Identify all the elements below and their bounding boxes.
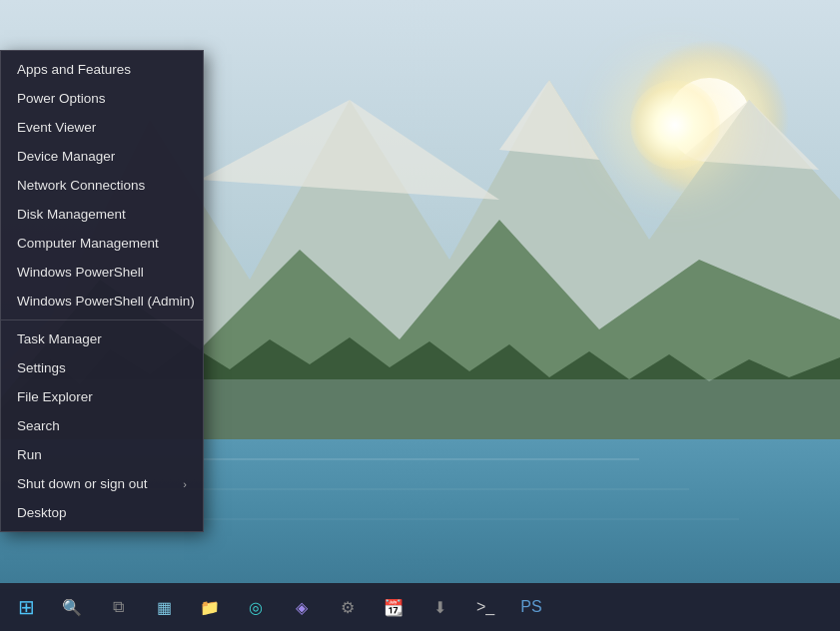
menu-label-task-manager: Task Manager bbox=[17, 331, 102, 346]
taskbar-icon-search[interactable]: 🔍 bbox=[50, 585, 94, 629]
menu-item-file-explorer[interactable]: File Explorer bbox=[1, 382, 203, 411]
taskview-icon: ⧉ bbox=[113, 598, 124, 616]
fileexplorer-icon: 📁 bbox=[200, 598, 220, 617]
settings2-icon: ⚙ bbox=[341, 598, 355, 617]
terminal-icon: >_ bbox=[476, 598, 494, 616]
search-icon: 🔍 bbox=[62, 598, 82, 617]
menu-label-apps-features: Apps and Features bbox=[17, 62, 131, 77]
taskbar-icon-fileexplorer[interactable]: 📁 bbox=[188, 585, 232, 629]
menu-label-network-connections: Network Connections bbox=[17, 178, 145, 193]
context-menu: Apps and FeaturesPower OptionsEvent View… bbox=[0, 50, 204, 532]
menu-label-computer-management: Computer Management bbox=[17, 236, 159, 251]
menu-label-settings: Settings bbox=[17, 360, 66, 375]
menu-item-event-viewer[interactable]: Event Viewer bbox=[1, 113, 203, 142]
menu-divider bbox=[1, 319, 203, 320]
taskbar-icon-terminal[interactable]: >_ bbox=[463, 585, 507, 629]
menu-label-windows-powershell-admin: Windows PowerShell (Admin) bbox=[17, 294, 195, 309]
taskbar-icon-start[interactable]: ⊞ bbox=[4, 585, 48, 629]
taskbar-icon-calendar[interactable]: 📆 bbox=[372, 585, 416, 629]
calendar-icon: 📆 bbox=[384, 598, 404, 617]
menu-label-disk-management: Disk Management bbox=[17, 207, 126, 222]
menu-item-power-options[interactable]: Power Options bbox=[1, 84, 203, 113]
menu-label-windows-powershell: Windows PowerShell bbox=[17, 265, 144, 280]
menu-item-network-connections[interactable]: Network Connections bbox=[1, 171, 203, 200]
taskbar-icon-widgets[interactable]: ▦ bbox=[142, 585, 186, 629]
edge-icon: ◎ bbox=[249, 598, 263, 617]
taskbar: ⊞🔍⧉▦📁◎◈⚙📆⬇>_PS bbox=[0, 583, 840, 631]
menu-label-desktop: Desktop bbox=[17, 505, 67, 520]
menu-label-power-options: Power Options bbox=[17, 91, 106, 106]
store-icon: ◈ bbox=[296, 598, 308, 617]
menu-item-windows-powershell[interactable]: Windows PowerShell bbox=[1, 258, 203, 287]
taskbar-icon-install[interactable]: ⬇ bbox=[418, 585, 461, 629]
ps-icon: PS bbox=[520, 598, 541, 616]
taskbar-icon-edge[interactable]: ◎ bbox=[234, 585, 278, 629]
menu-item-task-manager[interactable]: Task Manager bbox=[1, 324, 203, 353]
menu-item-apps-features[interactable]: Apps and Features bbox=[1, 55, 203, 84]
taskbar-icon-ps[interactable]: PS bbox=[509, 585, 553, 629]
taskbar-icon-store[interactable]: ◈ bbox=[280, 585, 324, 629]
menu-item-settings[interactable]: Settings bbox=[1, 353, 203, 382]
menu-label-device-manager: Device Manager bbox=[17, 149, 115, 164]
taskbar-icon-settings2[interactable]: ⚙ bbox=[326, 585, 370, 629]
menu-item-disk-management[interactable]: Disk Management bbox=[1, 200, 203, 229]
menu-item-desktop[interactable]: Desktop bbox=[1, 498, 203, 527]
menu-item-computer-management[interactable]: Computer Management bbox=[1, 229, 203, 258]
menu-item-run[interactable]: Run bbox=[1, 440, 203, 469]
taskbar-icon-taskview[interactable]: ⧉ bbox=[96, 585, 140, 629]
start-icon: ⊞ bbox=[18, 595, 35, 619]
menu-label-shutdown: Shut down or sign out bbox=[17, 476, 148, 491]
menu-item-shutdown[interactable]: Shut down or sign out› bbox=[1, 469, 203, 498]
menu-item-search[interactable]: Search bbox=[1, 411, 203, 440]
menu-label-search: Search bbox=[17, 418, 60, 433]
menu-label-run: Run bbox=[17, 447, 42, 462]
widgets-icon: ▦ bbox=[157, 598, 172, 617]
menu-label-event-viewer: Event Viewer bbox=[17, 120, 96, 135]
menu-label-file-explorer: File Explorer bbox=[17, 389, 93, 404]
sun-element bbox=[630, 80, 720, 170]
submenu-arrow-icon: › bbox=[183, 478, 187, 490]
install-icon: ⬇ bbox=[433, 598, 446, 617]
menu-item-device-manager[interactable]: Device Manager bbox=[1, 142, 203, 171]
menu-item-windows-powershell-admin[interactable]: Windows PowerShell (Admin) bbox=[1, 287, 203, 316]
